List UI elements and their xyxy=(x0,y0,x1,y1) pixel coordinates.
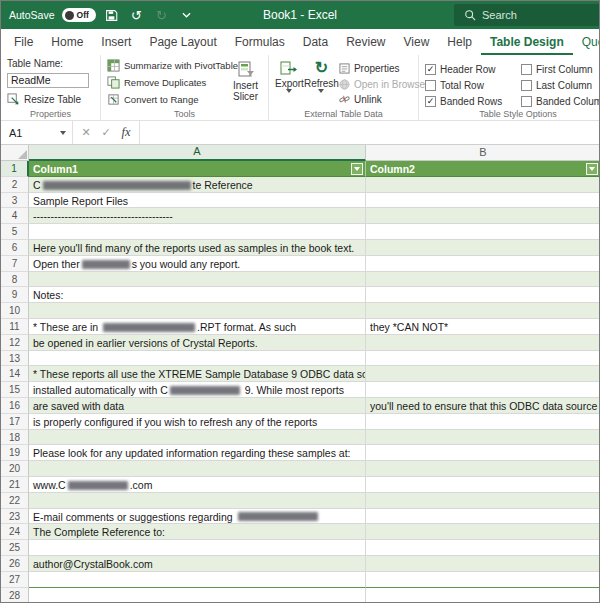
row-header-10[interactable]: 10 xyxy=(1,303,29,319)
row-header-1[interactable]: 1 xyxy=(1,161,29,177)
search-box[interactable]: Search xyxy=(454,4,599,26)
row-header-19[interactable]: 19 xyxy=(1,445,29,461)
cell-B23[interactable] xyxy=(366,509,599,525)
cell-A27[interactable] xyxy=(29,572,366,588)
cell-B13[interactable] xyxy=(366,351,599,367)
cell-A24[interactable]: The Complete Reference to: xyxy=(29,524,366,540)
row-header-21[interactable]: 21 xyxy=(1,477,29,493)
cell-B7[interactable] xyxy=(366,256,599,272)
row-header-14[interactable]: 14 xyxy=(1,366,29,382)
cell-A6[interactable]: Here you'll find many of the reports use… xyxy=(29,240,366,256)
cell-B19[interactable] xyxy=(366,445,599,461)
cancel-icon[interactable]: ✕ xyxy=(77,126,95,139)
cell-A19[interactable]: Please look for any updated information … xyxy=(29,445,366,461)
summarize-pivottable-button[interactable]: Summarize with PivotTable xyxy=(107,58,227,74)
cell-A20[interactable] xyxy=(29,461,366,477)
cell-B18[interactable] xyxy=(366,430,599,446)
tab-help[interactable]: Help xyxy=(438,29,481,55)
last-column-checkbox[interactable] xyxy=(521,80,532,91)
cell-A8[interactable] xyxy=(29,272,366,288)
cell-B21[interactable] xyxy=(366,477,599,493)
tab-query[interactable]: Query xyxy=(573,29,600,55)
row-header-9[interactable]: 9 xyxy=(1,287,29,303)
cell-B12[interactable] xyxy=(366,335,599,351)
cell-A18[interactable] xyxy=(29,430,366,446)
filter-button-column2[interactable] xyxy=(586,163,598,175)
cell-B4[interactable] xyxy=(366,208,599,224)
row-header-11[interactable]: 11 xyxy=(1,319,29,335)
total-row-option[interactable]: Total Row xyxy=(425,77,517,93)
cell-A1[interactable]: Column1 xyxy=(29,161,366,177)
cell-A22[interactable] xyxy=(29,493,366,509)
row-header-25[interactable]: 25 xyxy=(1,540,29,556)
cell-B26[interactable] xyxy=(366,556,599,572)
cell-B16[interactable]: you'll need to ensure that this ODBC dat… xyxy=(366,398,599,414)
insert-function-icon[interactable]: fx xyxy=(117,125,135,140)
name-box-dropdown-icon[interactable] xyxy=(60,131,66,135)
unlink-button[interactable]: Unlink xyxy=(339,92,428,107)
cell-A16[interactable]: are saved with data xyxy=(29,398,366,414)
formula-input[interactable] xyxy=(140,121,599,144)
row-header-13[interactable]: 13 xyxy=(1,351,29,367)
header-row-option[interactable]: Header Row xyxy=(425,61,517,77)
cell-B25[interactable] xyxy=(366,540,599,556)
row-header-16[interactable]: 16 xyxy=(1,398,29,414)
total-row-checkbox[interactable] xyxy=(425,80,436,91)
row-header-4[interactable]: 4 xyxy=(1,208,29,224)
tab-formulas[interactable]: Formulas xyxy=(226,29,294,55)
row-header-7[interactable]: 7 xyxy=(1,256,29,272)
cell-A15[interactable]: installed automatically with C 9. While … xyxy=(29,382,366,398)
save-icon[interactable] xyxy=(103,6,121,24)
cell-B3[interactable] xyxy=(366,193,599,209)
tab-file[interactable]: File xyxy=(5,29,42,55)
cell-A21[interactable]: www.C.com xyxy=(29,477,366,493)
banded-rows-checkbox[interactable] xyxy=(425,96,436,107)
select-all-corner[interactable] xyxy=(1,145,29,161)
open-in-browser-button[interactable]: Open in Browser xyxy=(339,77,428,92)
cell-A7[interactable]: Open thers you would any report. xyxy=(29,256,366,272)
column-header-A[interactable]: A xyxy=(29,145,366,161)
banded-column-option[interactable]: Banded Column xyxy=(521,93,599,109)
remove-duplicates-button[interactable]: Remove Duplicates xyxy=(107,75,227,91)
banded-column-checkbox[interactable] xyxy=(521,96,532,107)
tab-page-layout[interactable]: Page Layout xyxy=(140,29,225,55)
row-header-23[interactable]: 23 xyxy=(1,509,29,525)
cell-B1[interactable]: Column2 xyxy=(366,161,599,177)
cell-B24[interactable] xyxy=(366,524,599,540)
refresh-button[interactable]: ↻ Refresh xyxy=(304,58,339,107)
cell-B20[interactable] xyxy=(366,461,599,477)
table-name-input[interactable] xyxy=(7,73,89,88)
convert-to-range-button[interactable]: Convert to Range xyxy=(107,91,227,107)
cell-B27[interactable] xyxy=(366,572,599,588)
row-header-24[interactable]: 24 xyxy=(1,524,29,540)
undo-icon[interactable]: ↺ xyxy=(128,6,146,24)
cell-B5[interactable] xyxy=(366,224,599,240)
cell-A10[interactable] xyxy=(29,303,366,319)
cell-B10[interactable] xyxy=(366,303,599,319)
cell-A28[interactable] xyxy=(29,588,366,602)
redo-icon[interactable]: ↻ xyxy=(153,6,171,24)
row-header-12[interactable]: 12 xyxy=(1,335,29,351)
row-header-22[interactable]: 22 xyxy=(1,493,29,509)
resize-table-button[interactable]: Resize Table xyxy=(7,91,96,107)
autosave-toggle[interactable]: Off xyxy=(62,8,96,22)
row-header-8[interactable]: 8 xyxy=(1,272,29,288)
row-header-28[interactable]: 28 xyxy=(1,588,29,602)
cell-B17[interactable] xyxy=(366,414,599,430)
row-header-2[interactable]: 2 xyxy=(1,177,29,193)
cell-A5[interactable] xyxy=(29,224,366,240)
row-header-18[interactable]: 18 xyxy=(1,430,29,446)
name-box[interactable]: A1 xyxy=(1,121,73,144)
tab-view[interactable]: View xyxy=(395,29,439,55)
first-column-option[interactable]: First Column xyxy=(521,61,599,77)
cell-A25[interactable] xyxy=(29,540,366,556)
cell-B15[interactable] xyxy=(366,382,599,398)
column-header-B[interactable]: B xyxy=(366,145,599,161)
cell-A12[interactable]: be opened in earlier versions of Crystal… xyxy=(29,335,366,351)
row-header-17[interactable]: 17 xyxy=(1,414,29,430)
cell-B2[interactable] xyxy=(366,177,599,193)
row-header-27[interactable]: 27 xyxy=(1,572,29,588)
row-header-6[interactable]: 6 xyxy=(1,240,29,256)
cell-B14[interactable] xyxy=(366,366,599,382)
filter-button-column1[interactable] xyxy=(351,163,363,175)
